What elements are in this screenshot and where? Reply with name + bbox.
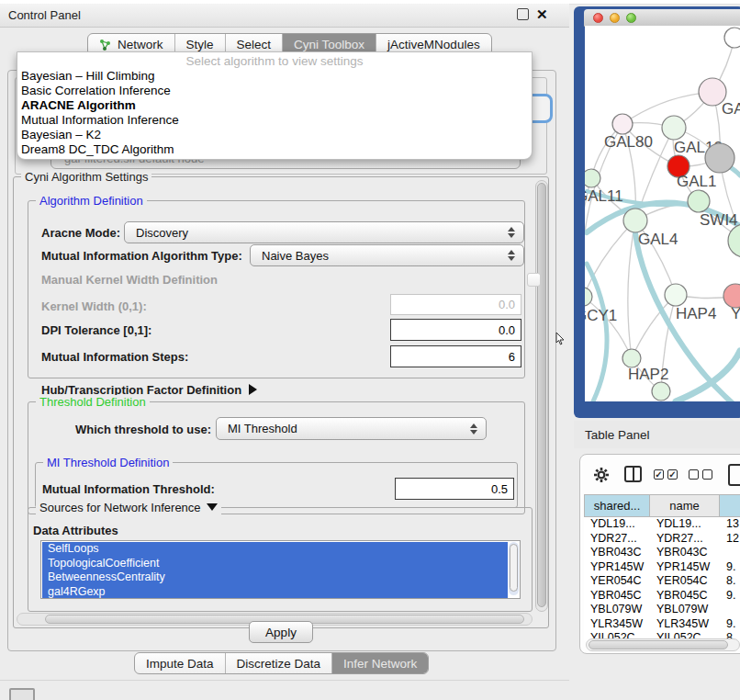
table-row[interactable]: YPR145WYPR145W9.	[584, 560, 740, 575]
algorithm-option[interactable]: Bayesian – K2	[17, 128, 532, 142]
tab-discretize-data[interactable]: Discretize Data	[226, 653, 333, 673]
close-icon[interactable]: ✕	[536, 8, 548, 20]
which-threshold-combo[interactable]: MI Threshold	[216, 417, 487, 440]
minimize-traffic-light[interactable]	[610, 13, 620, 23]
table-icon[interactable]	[728, 464, 740, 486]
table-cell[interactable]: YPR145W	[650, 560, 720, 575]
table-body: YDL19...YDL19...13YDR27...YDR27...12YBR0…	[584, 517, 740, 640]
node-label: SWI4	[700, 211, 738, 229]
table-horizontal-scrollbar[interactable]	[586, 638, 740, 651]
table-cell[interactable]: 9.	[720, 589, 740, 604]
attribute-item[interactable]: TopologicalCoefficient	[42, 557, 508, 571]
attribute-item[interactable]: gal4RGexp	[42, 585, 508, 600]
aracne-mode-combo[interactable]: Discovery	[124, 221, 524, 243]
table-row[interactable]: YER054CYER054C8.	[584, 574, 740, 589]
table-cell[interactable]: YBL079W	[584, 603, 650, 617]
table-cell[interactable]: 9.	[720, 617, 740, 632]
attribute-item[interactable]: SelfLoops	[42, 542, 508, 557]
network-canvas[interactable]: GAL7GAL80GAL10GAL1SWI4GAL11GAL4GCY1HAP4Y…	[585, 26, 740, 401]
dropdown-items: Bayesian – Hill ClimbingBasic Correlatio…	[17, 69, 532, 157]
algorithm-dropdown-list: Select algorithm to view settings Bayesi…	[17, 51, 533, 160]
network-node-GAL1[interactable]	[688, 190, 710, 212]
list-vertical-scrollbar[interactable]	[509, 542, 519, 595]
column-header[interactable]: name	[650, 494, 720, 517]
select-all-icon[interactable]: ✓ ✓	[654, 469, 678, 480]
manual-kernel-checkbox[interactable]	[527, 273, 541, 287]
table-cell[interactable]	[720, 603, 740, 617]
group-title: Sources for Network Inference	[36, 501, 221, 514]
docked-panel-icon[interactable]	[9, 688, 35, 700]
network-node-GAL80[interactable]	[612, 114, 633, 134]
network-node-HAP4[interactable]	[665, 284, 687, 306]
mi-algorithm-type-label: Mutual Information Algorithm Type:	[41, 249, 242, 263]
network-node[interactable]	[724, 28, 740, 48]
combo-arrows-icon	[508, 250, 515, 261]
algorithm-option[interactable]: Dream8 DC_TDC Algorithm	[17, 142, 532, 157]
network-window-titlebar	[584, 9, 740, 27]
tab-impute-data[interactable]: Impute Data	[135, 653, 226, 673]
table-cell[interactable]: YDR27...	[650, 532, 720, 547]
table-row[interactable]: YBR043CYBR043C	[584, 546, 740, 560]
float-window-icon[interactable]	[517, 8, 529, 20]
table-cell[interactable]: YLR345W	[584, 617, 650, 632]
table-cell[interactable]: 8.	[720, 574, 740, 589]
table-row[interactable]: YLR345WYLR345W9.	[584, 617, 740, 632]
unchecked-box-icon	[689, 469, 699, 480]
kernel-width-field[interactable]	[390, 294, 521, 315]
table-cell[interactable]: YBR045C	[584, 589, 650, 604]
table-cell[interactable]: YDR27...	[584, 532, 650, 547]
node-label: GAL4	[638, 231, 678, 248]
network-node-GAL10[interactable]	[662, 116, 686, 140]
apply-button[interactable]: Apply	[249, 621, 313, 643]
deselect-all-icon[interactable]	[689, 469, 712, 480]
table-cell[interactable]: YBR045C	[650, 589, 720, 604]
table-cell[interactable]: 13	[720, 517, 740, 532]
mi-threshold-field[interactable]	[395, 478, 514, 500]
dpi-tolerance-label: DPI Tolerance [0,1]:	[41, 323, 151, 337]
table-cell[interactable]: YER054C	[650, 574, 720, 589]
attribute-item[interactable]: BetweennessCentrality	[42, 570, 508, 585]
network-node-GAL4[interactable]	[623, 209, 647, 232]
gear-icon[interactable]	[593, 467, 610, 483]
network-node[interactable]	[705, 143, 734, 173]
mi-steps-label: Mutual Information Steps:	[41, 350, 188, 364]
scrollbar-thumb[interactable]	[510, 544, 518, 592]
mi-algorithm-type-combo[interactable]: Naive Bayes	[250, 244, 524, 266]
table-cell[interactable]: YPR145W	[584, 560, 650, 575]
column-header[interactable]: shared...	[584, 494, 650, 517]
table-cell[interactable]: YBR043C	[650, 546, 720, 560]
table-cell[interactable]: 9.	[720, 560, 740, 575]
algorithm-option[interactable]: Mutual Information Inference	[17, 113, 532, 128]
network-node[interactable]	[652, 382, 670, 401]
algorithm-option[interactable]: ARACNE Algorithm	[17, 98, 532, 113]
algorithm-option[interactable]: Bayesian – Hill Climbing	[17, 69, 532, 84]
table-cell[interactable]: YBL079W	[650, 603, 720, 617]
scrollbar-thumb[interactable]	[589, 640, 728, 649]
table-cell[interactable]: YDL19...	[584, 517, 650, 532]
table-row[interactable]: YDR27...YDR27...12	[584, 532, 740, 547]
scrollbar-thumb[interactable]	[537, 183, 546, 607]
tab-infer-network[interactable]: Infer Network	[332, 653, 428, 673]
zoom-traffic-light[interactable]	[626, 13, 636, 23]
table-row[interactable]: YDL19...YDL19...13	[584, 517, 740, 532]
table-row[interactable]: YBR045CYBR045C9.	[584, 589, 740, 604]
table-cell[interactable]	[720, 546, 740, 560]
table-row[interactable]: YBL079WYBL079W	[584, 603, 740, 617]
column-browser-icon[interactable]	[624, 466, 642, 482]
column-header[interactable]: A	[720, 494, 740, 517]
close-traffic-light[interactable]	[593, 13, 603, 23]
table-cell[interactable]: YDL19...	[650, 517, 720, 532]
tab-label: Cyni Toolbox	[294, 38, 364, 51]
algorithm-option[interactable]: Basic Correlation Inference	[17, 84, 532, 98]
network-node-HAP2[interactable]	[622, 349, 641, 367]
mi-steps-field[interactable]	[390, 345, 521, 367]
table-cell[interactable]: YLR345W	[650, 617, 720, 632]
settings-vertical-scrollbar[interactable]	[535, 180, 548, 612]
data-attributes-list[interactable]: SelfLoopsTopologicalCoefficientBetweenne…	[40, 540, 521, 599]
table-cell[interactable]: YER054C	[584, 574, 650, 589]
network-node-SWI4[interactable]	[728, 224, 740, 257]
table-cell[interactable]: 12	[720, 532, 740, 547]
network-node-GAL11[interactable]	[585, 169, 600, 187]
table-cell[interactable]: YBR043C	[584, 546, 650, 560]
dpi-tolerance-field[interactable]	[390, 319, 521, 341]
